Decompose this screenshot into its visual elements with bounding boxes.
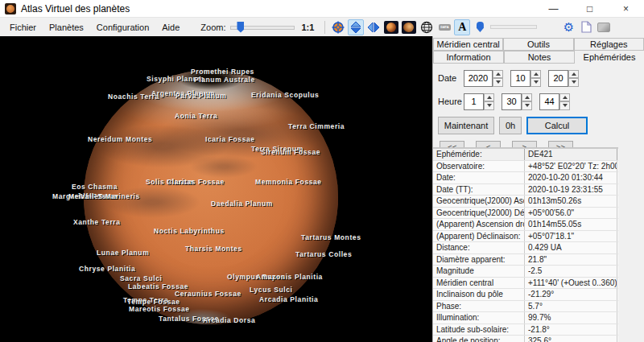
time-hour-field: 1 <box>464 93 494 110</box>
calc-button[interactable]: Calcul <box>526 117 588 134</box>
date-year-field-value[interactable]: 2020 <box>464 70 493 87</box>
row-value: 2020-10-19 23:31:55 <box>525 184 617 196</box>
marker-slider-track[interactable] <box>490 25 537 29</box>
row-label: Observatoire: <box>433 161 525 172</box>
now-button[interactable]: Maintenant <box>438 117 494 134</box>
marker-pin-icon[interactable] <box>472 19 488 35</box>
time-minute-field-spin-buttons <box>522 93 532 110</box>
tab-row-2: InformationNotesEphémérides <box>433 51 644 64</box>
date-month-field-value[interactable]: 10 <box>510 70 530 87</box>
table-row: Phase:5.7° <box>433 301 618 313</box>
date-month-field-down-button[interactable] <box>530 78 541 87</box>
row-value: 2020-10-20 01:30:44 <box>525 172 617 183</box>
zero-hour-button[interactable]: 0h <box>499 117 522 134</box>
date-year-field-up-button[interactable] <box>493 70 503 79</box>
menu-item-planètes[interactable]: Planètes <box>43 20 90 35</box>
time-hour-field-up-arrow-icon <box>487 96 492 99</box>
date-day-field-spin-buttons <box>568 70 579 87</box>
tab-information[interactable]: Information <box>433 51 504 64</box>
date-month-field-down-arrow-icon <box>534 80 539 84</box>
feature-label: Claritas Fossae <box>167 178 225 186</box>
table-row: Illumination:99.7% <box>433 312 618 324</box>
table-row: Ephéméride:DE421 <box>433 148 618 161</box>
marker-pin-glyph <box>477 22 484 32</box>
flip-vertical-glyph <box>350 22 361 33</box>
time-hour-field-value[interactable]: 1 <box>464 93 484 110</box>
time-row: Heure 13044 <box>438 93 644 110</box>
globe-grid-icon[interactable] <box>419 19 435 35</box>
label-toggle-icon[interactable]: A <box>454 19 470 35</box>
tab-ephémérides[interactable]: Ephémérides <box>575 51 644 64</box>
data-chip-icon[interactable]: DATA <box>436 19 452 35</box>
row-value: 01h13m50.26s <box>525 196 617 207</box>
date-day-field-down-button[interactable] <box>568 78 579 87</box>
table-row: Date (TT):2020-10-19 23:31:55 <box>433 184 618 196</box>
feature-label: Mareotis Fossae <box>129 305 190 313</box>
tab-méridien-central[interactable]: Méridien central <box>433 38 503 51</box>
table-row: Geocentrique(J2000) Déclin+05°00'56.0" <box>433 208 618 220</box>
row-label: Latitude sub-solaire: <box>433 324 525 336</box>
row-value: 5.7° <box>525 301 617 312</box>
date-day-field-up-arrow-icon <box>572 72 576 76</box>
row-label: Inclinaison du pôle <box>433 289 525 300</box>
tab-notes[interactable]: Notes <box>504 51 575 64</box>
maximize-button[interactable]: □ <box>572 0 608 18</box>
minimize-button[interactable]: — <box>535 0 572 18</box>
row-label: Magnitude <box>433 266 525 277</box>
close-button[interactable]: × <box>608 0 644 18</box>
time-minute-field-up-button[interactable] <box>522 93 532 102</box>
new-document-icon[interactable] <box>578 19 594 35</box>
flip-horizontal-icon[interactable] <box>365 19 382 35</box>
time-second-field-value[interactable]: 44 <box>539 93 559 110</box>
settings-gear-icon[interactable]: ⚙ <box>560 19 576 35</box>
zoom-ratio-label: 1:1 <box>301 23 314 32</box>
date-year-field-spin-buttons <box>493 70 503 87</box>
tab-réglages[interactable]: Réglages <box>574 38 644 51</box>
date-day-field-value[interactable]: 20 <box>548 70 568 87</box>
date-year-field-down-arrow-icon <box>496 80 501 84</box>
gear-glyph: ⚙ <box>564 21 574 33</box>
date-month-field-up-button[interactable] <box>530 70 541 79</box>
table-row: (Apparent) Déclinaison:+05°07'18.1" <box>433 231 618 243</box>
time-second-field-up-button[interactable] <box>559 93 570 102</box>
time-hour-field-down-button[interactable] <box>484 101 494 110</box>
date-day-field-up-button[interactable] <box>568 70 579 79</box>
target-icon[interactable] <box>330 19 346 35</box>
row-value: -21.8° <box>525 324 617 336</box>
time-second-field-down-button[interactable] <box>559 101 570 110</box>
row-label: Date (TT): <box>433 184 525 196</box>
table-row: Observatoire:+48°52' E02°20' Tz: 2h00m <box>433 161 618 173</box>
feature-label: Tartarus Montes <box>301 233 361 241</box>
tab-outils[interactable]: Outils <box>503 38 573 51</box>
date-year-field-down-button[interactable] <box>493 78 503 87</box>
row-value: -2.5 <box>525 266 617 277</box>
feature-label: Eos Chasma <box>72 183 118 191</box>
row-label: (Apparent) Déclinaison: <box>433 231 525 242</box>
time-minute-field-down-button[interactable] <box>522 101 532 110</box>
feature-label: Ceraunius Fossae <box>175 290 242 298</box>
planet-viewport[interactable]: Promethei RupesSisyphi PlanumPlanum Aust… <box>0 36 432 342</box>
row-label: Distance: <box>433 242 525 253</box>
table-row: Geocentrique(J2000) Ascen01h13m50.26s <box>433 196 618 208</box>
time-hour-field-up-button[interactable] <box>484 93 494 102</box>
row-label: Diamètre apparent: <box>433 254 525 266</box>
time-minute-field-value[interactable]: 30 <box>502 93 522 110</box>
app-window: Atlas Virtuel des planètes — □ × Fichier… <box>0 0 644 342</box>
flip-vertical-icon[interactable] <box>348 19 364 35</box>
zoom-slider[interactable] <box>230 22 295 33</box>
planet-texture-1-button[interactable] <box>383 19 399 35</box>
menu-bar: FichierPlanètesConfigurationAide <box>3 20 186 35</box>
flip-horizontal-glyph <box>368 22 379 33</box>
menu-item-configuration[interactable]: Configuration <box>90 20 155 35</box>
zoom-slider-thumb[interactable] <box>237 22 244 33</box>
menu-item-fichier[interactable]: Fichier <box>3 20 43 35</box>
tab-row-1: Méridien centralOutilsRéglages <box>433 38 644 51</box>
image-capture-icon[interactable] <box>596 19 612 35</box>
time-minute-field-down-arrow-icon <box>525 104 530 107</box>
feature-label: Noachis Terra <box>108 93 159 101</box>
feature-label: Xanthe Terra <box>73 218 121 226</box>
menu-item-aide[interactable]: Aide <box>155 20 186 35</box>
row-label: Geocentrique(J2000) Déclin <box>433 208 525 219</box>
planet-texture-2-button[interactable] <box>401 19 417 35</box>
table-row: Angle de position:325.6° <box>433 336 618 342</box>
